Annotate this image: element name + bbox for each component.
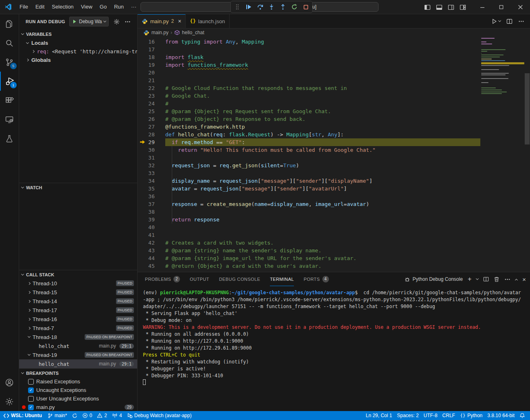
line-number[interactable]: 21 bbox=[138, 77, 165, 84]
breadcrumb[interactable]: main.py›hello_chat bbox=[138, 28, 530, 37]
code-line[interactable]: 30 return "Hello! This function must be … bbox=[138, 146, 530, 154]
activity-accounts[interactable] bbox=[0, 373, 19, 392]
breakpoints-section-header[interactable]: BREAKPOINTS bbox=[19, 368, 137, 377]
status-utf-8[interactable]: UTF-8 bbox=[421, 411, 440, 420]
breakpoint-row[interactable]: Raised Exceptions bbox=[19, 377, 137, 386]
layout-customize-icon[interactable] bbox=[460, 4, 466, 11]
watch-section-header[interactable]: WATCH bbox=[19, 183, 137, 192]
breakpoint-checkbox[interactable]: ✓ bbox=[28, 387, 34, 393]
split-editor-icon[interactable] bbox=[506, 18, 512, 24]
status-sync[interactable] bbox=[70, 411, 80, 420]
line-number[interactable]: 41 bbox=[138, 231, 165, 239]
line-number[interactable]: 35 bbox=[138, 185, 165, 192]
split-terminal-icon[interactable] bbox=[483, 276, 489, 282]
activity-remote-explorer[interactable] bbox=[0, 110, 19, 129]
code-line[interactable]: 45# @return {Object} a card with the use… bbox=[138, 262, 530, 270]
menu-view[interactable]: View bbox=[77, 2, 96, 12]
breakpoint-checkbox[interactable] bbox=[28, 396, 34, 402]
stop-icon[interactable] bbox=[302, 3, 310, 11]
stack-frame-row[interactable]: hello_chatmain.py29:1 bbox=[19, 359, 137, 368]
panel-tab-problems[interactable]: PROBLEMS2 bbox=[145, 272, 180, 286]
breakpoint-checkbox[interactable] bbox=[28, 379, 34, 385]
code-line[interactable]: 19import functions_framework bbox=[138, 61, 530, 69]
close-tab-icon[interactable]: × bbox=[178, 18, 181, 24]
panel-tab-output[interactable]: OUTPUT bbox=[190, 272, 209, 286]
code-line[interactable]: 44# @param {string} image_url the URL fo… bbox=[138, 254, 530, 262]
code-line[interactable]: 34 display_name = request_json["message"… bbox=[138, 177, 530, 185]
status-2[interactable]: 2 bbox=[94, 411, 110, 420]
close-button[interactable] bbox=[511, 0, 530, 14]
line-number[interactable]: 37 bbox=[138, 200, 165, 208]
code-line[interactable]: 23# Google Chat. bbox=[138, 92, 530, 100]
breakpoint-row[interactable]: User Uncaught Exceptions bbox=[19, 394, 137, 403]
status-main[interactable]: main* bbox=[45, 411, 70, 420]
status-3-8-10-64-bit[interactable]: 3.8.10 64-bit bbox=[485, 411, 517, 420]
activity-extensions[interactable] bbox=[0, 91, 19, 110]
code-line[interactable]: 24# bbox=[138, 100, 530, 107]
line-number[interactable]: 20 bbox=[138, 69, 165, 77]
status-bell[interactable] bbox=[517, 411, 528, 420]
code-line[interactable]: 42# Creates a card with two widgets. bbox=[138, 239, 530, 247]
panel-tab-ports[interactable]: PORTS4 bbox=[304, 272, 329, 286]
step-out-icon[interactable] bbox=[279, 3, 287, 11]
tab-main-py[interactable]: main.py2× bbox=[138, 14, 186, 28]
layout-sidebar-left-icon[interactable] bbox=[424, 4, 431, 11]
line-number[interactable]: 24 bbox=[138, 100, 165, 107]
code-line[interactable]: 29 if req.method == "GET": bbox=[138, 138, 530, 146]
terminal-profile[interactable]: Python Debug Console bbox=[404, 276, 462, 282]
line-number[interactable]: 29 bbox=[138, 138, 165, 146]
editor-scrollbar[interactable] bbox=[524, 37, 530, 272]
line-number[interactable]: 22 bbox=[138, 84, 165, 92]
activity-run-and-debug[interactable]: 1 bbox=[0, 72, 19, 91]
code-editor[interactable]: 16from typing import Any, Mapping1718imp… bbox=[138, 37, 530, 272]
step-over-icon[interactable] bbox=[256, 3, 264, 11]
line-number[interactable]: 39 bbox=[138, 216, 165, 223]
line-number[interactable]: 28 bbox=[138, 131, 165, 138]
status-wsl-ubuntu[interactable]: WSL: Ubuntu bbox=[0, 411, 45, 420]
variables-globals-scope[interactable]: Globals bbox=[19, 56, 137, 64]
panel-tab-terminal[interactable]: TERMINAL bbox=[270, 272, 294, 286]
new-terminal-icon[interactable]: + bbox=[468, 276, 471, 283]
line-number[interactable]: 16 bbox=[138, 38, 165, 46]
layout-sidebar-right-icon[interactable] bbox=[448, 4, 454, 11]
code-line[interactable]: 37 response = create_message(name=displa… bbox=[138, 200, 530, 208]
status-crlf[interactable]: CRLF bbox=[440, 411, 458, 420]
step-into-icon[interactable] bbox=[267, 3, 276, 11]
thread-row[interactable]: Thread-19PAUSED ON BREAKPOINT bbox=[19, 350, 137, 359]
layout-panel-icon[interactable] bbox=[436, 4, 442, 11]
code-line[interactable]: 16from typing import Any, Mapping bbox=[138, 38, 530, 46]
menu-[interactable]: ··· bbox=[127, 2, 140, 12]
debug-settings-gear-icon[interactable] bbox=[114, 19, 120, 25]
tab-launch-json[interactable]: {}launch.json bbox=[186, 14, 229, 28]
code-line[interactable]: 27@functions_framework.http bbox=[138, 123, 530, 131]
thread-row[interactable]: Thread-10PAUSED bbox=[19, 279, 137, 288]
code-line[interactable]: 39 return response bbox=[138, 216, 530, 223]
line-number[interactable]: 45 bbox=[138, 262, 165, 270]
code-line[interactable]: 26# @param {Object} res Response to send… bbox=[138, 115, 530, 123]
variables-locals-scope[interactable]: Locals bbox=[19, 39, 137, 47]
menu-edit[interactable]: Edit bbox=[32, 2, 48, 12]
activity-source-control[interactable]: 5 bbox=[0, 52, 19, 72]
code-line[interactable]: 21 bbox=[138, 77, 530, 84]
line-number[interactable]: 27 bbox=[138, 123, 165, 131]
restart-icon[interactable] bbox=[290, 3, 298, 11]
line-number[interactable]: 23 bbox=[138, 92, 165, 100]
line-number[interactable]: 36 bbox=[138, 192, 165, 200]
drag-grip-icon[interactable] bbox=[233, 3, 241, 11]
menu-file[interactable]: File bbox=[16, 2, 32, 12]
line-number[interactable]: 44 bbox=[138, 254, 165, 262]
line-number[interactable]: 31 bbox=[138, 154, 165, 162]
code-line[interactable]: 17 bbox=[138, 46, 530, 53]
code-line[interactable]: 20 bbox=[138, 69, 530, 77]
minimap[interactable] bbox=[481, 37, 524, 95]
panel-tab-debug-console[interactable]: DEBUG CONSOLE bbox=[219, 272, 260, 286]
line-number[interactable]: 42 bbox=[138, 239, 165, 247]
code-line[interactable]: 38 bbox=[138, 208, 530, 216]
menu-run[interactable]: Run bbox=[110, 2, 127, 12]
panel-more-actions-icon[interactable] bbox=[504, 276, 510, 282]
terminal-prompt-line[interactable] bbox=[143, 379, 530, 386]
thread-row[interactable]: Thread-18PAUSED ON BREAKPOINT bbox=[19, 332, 137, 341]
line-number[interactable]: 32 bbox=[138, 162, 165, 169]
activity-testing[interactable] bbox=[0, 129, 19, 148]
status-0[interactable]: 0 bbox=[80, 411, 95, 420]
